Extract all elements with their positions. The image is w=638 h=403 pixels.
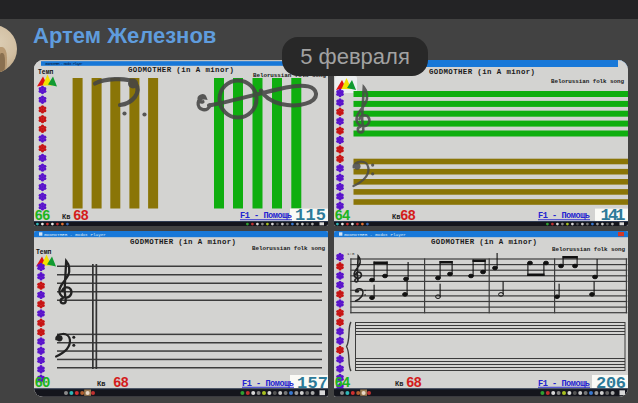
- svg-text:GODMOTHER - Godot Player: GODMOTHER - Godot Player: [45, 61, 83, 66]
- svg-text:GODMOTHER (in A minor): GODMOTHER (in A minor): [431, 238, 537, 246]
- svg-text:1:0: 1:0: [347, 252, 355, 256]
- svg-text:68: 68: [400, 208, 416, 224]
- svg-text:Темп: Темп: [36, 249, 52, 256]
- svg-text:Belorussian folk song: Belorussian folk song: [252, 245, 325, 252]
- svg-text:64: 64: [335, 208, 351, 224]
- svg-text:Кв: Кв: [97, 380, 105, 388]
- svg-text:GODMOTHER (in A minor): GODMOTHER (in A minor): [130, 238, 236, 246]
- svg-text:68: 68: [73, 208, 89, 224]
- svg-text:Belorussian folk song: Belorussian folk song: [552, 246, 625, 253]
- svg-text:66: 66: [35, 208, 51, 224]
- svg-text:GODMOTHER (in A minor): GODMOTHER (in A minor): [429, 68, 535, 76]
- svg-text:Кв: Кв: [62, 213, 70, 221]
- svg-text:GODMOTHER (in A minor): GODMOTHER (in A minor): [128, 66, 234, 74]
- svg-text:GODMOTHER - Godot Player: GODMOTHER - Godot Player: [344, 232, 406, 237]
- svg-text:Belorussian folk song: Belorussian folk song: [551, 78, 624, 85]
- svg-text:GODMOTHER - Godot Player: GODMOTHER - Godot Player: [44, 232, 106, 237]
- svg-text:Темп: Темп: [38, 69, 54, 76]
- svg-text:Кв: Кв: [395, 380, 403, 388]
